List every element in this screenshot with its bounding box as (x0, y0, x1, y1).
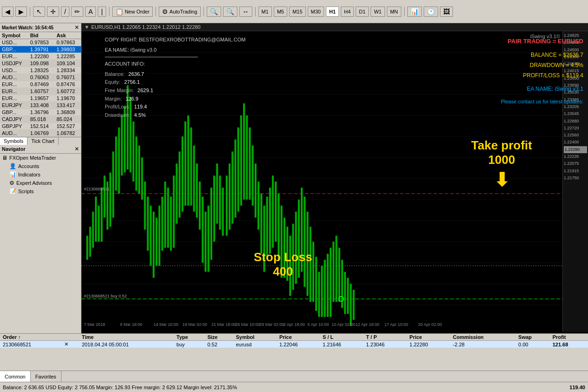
crosshair-button[interactable]: ✛ (47, 7, 59, 17)
navigator-title: Navigator (2, 146, 26, 152)
nav-item-expert-advisors[interactable]: ⚙ Expert Advisors (0, 179, 81, 187)
svg-rect-94 (312, 242, 314, 302)
svg-rect-25 (112, 151, 114, 217)
svg-rect-43 (164, 182, 166, 248)
auto-trading-button[interactable]: ⚙ AutoTrading (159, 7, 201, 17)
take-profit-value: 1000 (471, 153, 532, 167)
nav-item-fxopen[interactable]: 🖥 FXOpen MetaTrader (0, 154, 81, 162)
mw-col-bid: Bid (28, 32, 55, 39)
market-watch-row[interactable]: EURJPY 133.408 133.417 (0, 102, 81, 109)
objects-button[interactable]: 🖼 (440, 7, 453, 17)
svg-text:14 Mar 10:00: 14 Mar 10:00 (154, 322, 178, 327)
price-1.22075: 1.22075 (564, 160, 587, 167)
market-watch-row[interactable]: AUD... 0.76063 0.76071 (0, 74, 81, 81)
svg-rect-19 (95, 196, 97, 242)
orders-col-order: Order ↑ (0, 334, 61, 341)
svg-text:#2130668521: #2130668521 (84, 187, 109, 191)
market-watch-row[interactable]: EUR... 1.22280 1.22285 (0, 53, 81, 60)
svg-rect-17 (89, 227, 91, 257)
market-watch-row[interactable]: EUR... 1.19657 1.19670 (0, 95, 81, 102)
line-button[interactable]: / (61, 7, 69, 17)
mw-ask: 1.06782 (54, 130, 81, 137)
mw-bid: 1.39791 (28, 46, 55, 53)
market-watch-body: USD... 0.97853 0.97863 GBP... 1.39791 1.… (0, 39, 81, 137)
draw-button[interactable]: ✏ (71, 7, 83, 17)
indicators-icon: 📊 (9, 171, 16, 178)
nav-item-indicators[interactable]: 📊 Indicators (0, 170, 81, 179)
mw-tab-tick-chart[interactable]: Tick Chart (27, 137, 59, 145)
svg-rect-18 (92, 212, 94, 248)
market-watch-row[interactable]: USD... 0.97853 0.97863 (0, 39, 81, 46)
chart-canvas[interactable]: #2130668521 #2130668521 buy 0.52 7 Mar 2… (81, 31, 588, 332)
cursor-button[interactable]: ↖ (33, 7, 45, 17)
market-watch-row[interactable]: EUR... 1.60757 1.60772 (0, 88, 81, 95)
mw-symbol: USDJPY (0, 60, 28, 67)
market-watch-row[interactable]: USDJPY 109.098 109.104 (0, 60, 81, 67)
zoom-in-button[interactable]: 🔍 (207, 7, 221, 17)
stop-loss-value: 400 (254, 264, 312, 279)
ea-name-right-label: EA NAME: iSwing v3.1 (501, 84, 583, 95)
auto-scroll-button[interactable]: ↔ (239, 7, 252, 17)
svg-text:12 Apr 18:00: 12 Apr 18:00 (356, 322, 379, 327)
text-button[interactable]: A (85, 7, 96, 17)
zoom-out-button[interactable]: 🔍 (223, 7, 237, 17)
market-watch-row[interactable]: GBPJPY 152.514 152.527 (0, 123, 81, 130)
separator-5 (255, 7, 256, 16)
period-mn[interactable]: MN (387, 7, 401, 17)
bottom-tab-favorites[interactable]: Favorites (31, 371, 61, 382)
mw-bid: 152.514 (28, 123, 55, 130)
order-commission: -2.28 (450, 341, 516, 348)
nav-item-accounts[interactable]: 👤 Accounts (0, 162, 81, 170)
svg-rect-35 (141, 157, 143, 199)
bottom-nav: Common Favorites (0, 371, 588, 382)
orders-col-time: Time (79, 334, 174, 341)
period-separator-button[interactable]: | (98, 7, 106, 17)
take-profit-label: Take profit 1000 ⬇ (471, 138, 532, 190)
svg-text:2 Apr 18:00: 2 Apr 18:00 (284, 322, 305, 327)
order-row[interactable]: 2130668521 ✕ 2018.04.24 05:00:01 buy 0.5… (0, 341, 588, 348)
period-m1[interactable]: M1 (258, 7, 272, 17)
equity-line: Equity: 2756.1 (105, 78, 246, 87)
period-m15[interactable]: M15 (289, 7, 305, 17)
toolbar: ◀ ▶ ↖ ✛ / ✏ A | 📋 New Order ⚙ AutoTradin… (0, 0, 588, 23)
svg-text:7 Mar 2018: 7 Mar 2018 (84, 322, 105, 327)
svg-rect-65 (229, 163, 230, 230)
svg-rect-51 (187, 115, 189, 206)
market-watch-row[interactable]: USD... 1.28325 1.28334 (0, 67, 81, 74)
mw-tab-symbols[interactable]: Symbols (0, 137, 27, 145)
svg-rect-61 (216, 163, 218, 223)
new-order-button[interactable]: 📋 New Order (112, 7, 153, 17)
nav-item-scripts[interactable]: 📝 Scripts (0, 187, 81, 196)
iswing-badge: iSwing v3.1© (530, 34, 560, 39)
market-watch-close[interactable]: ✕ (74, 24, 79, 31)
chart-info-box: COPY RIGHT: BESTFOREXROBOTTRADING@GMAIL.… (105, 36, 246, 119)
market-watch-row[interactable]: GBP... 1.36796 1.36809 (0, 109, 81, 116)
period-d1[interactable]: D1 (356, 7, 369, 17)
period-m30[interactable]: M30 (308, 7, 324, 17)
period-m5[interactable]: M5 (274, 7, 287, 17)
mw-ask: 109.104 (54, 60, 81, 67)
mw-bid: 1.06769 (28, 130, 55, 137)
market-watch-scroll[interactable]: Symbol Bid Ask USD... 0.97853 0.97863 GB… (0, 32, 81, 137)
market-watch-row[interactable]: GBP... 1.39791 1.39803 (0, 46, 81, 53)
period-w1[interactable]: W1 (371, 7, 385, 17)
order-price-open: 1.22046 (277, 341, 320, 348)
bottom-tab-common[interactable]: Common (0, 371, 31, 382)
market-watch-row[interactable]: EUR... 0.87469 0.87476 (0, 81, 81, 88)
mw-ask: 85.024 (54, 116, 81, 123)
order-tp: 1.23046 (363, 341, 406, 348)
forward-button[interactable]: ▶ (15, 7, 27, 17)
market-watch-row[interactable]: AUD... 1.06769 1.06782 (0, 130, 81, 137)
templates-button[interactable]: 🕐 (424, 7, 438, 17)
svg-rect-60 (213, 176, 215, 242)
back-button[interactable]: ◀ (2, 7, 14, 17)
period-h4[interactable]: H4 (341, 7, 354, 17)
period-h1[interactable]: H1 (326, 7, 339, 17)
take-profit-text: Take profit (471, 138, 532, 153)
price-1.22880: 1.22880 (564, 118, 587, 125)
order-close-btn[interactable]: ✕ (61, 341, 79, 348)
market-watch-row[interactable]: CADJPY 85.018 85.024 (0, 116, 81, 123)
navigator-close[interactable]: ✕ (74, 146, 79, 152)
orders-section: Order ↑ Time Type Size Symbol Price S / … (0, 333, 588, 371)
chart-type-button[interactable]: 📊 (407, 7, 422, 17)
